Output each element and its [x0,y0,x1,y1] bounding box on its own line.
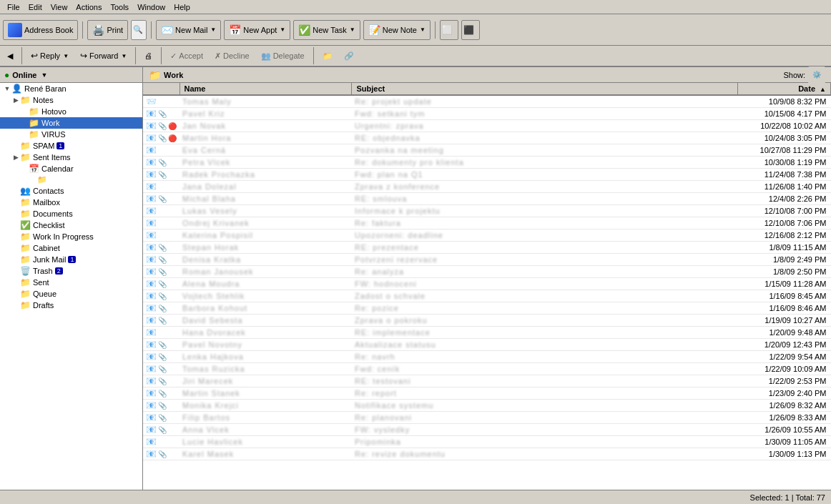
email-subject-cell: Upozorneni: deadline [352,229,738,242]
layout-btn2[interactable]: ⬛ [461,20,480,40]
email-date-cell: 1/8/09 2:50 PM [738,266,831,278]
col-date[interactable]: Date ▲ [738,83,831,95]
table-row[interactable]: 📧 📎 Denisa KratkaPotvrzeni rezervace1/8/… [143,254,831,266]
back-button[interactable]: ◀ [3,47,17,64]
table-row[interactable]: 📧 📎 Pavel KrizFwd: setkani tym10/15/08 4… [143,108,831,120]
email-table[interactable]: Name Subject Date ▲ 📨 Tomas MalyRe: pr [143,83,831,490]
table-row[interactable]: 📧 Eva CernáPozvanka na meeting10/27/08 1… [143,144,831,157]
email-subject: Fwd: plan na Q1 [355,170,423,179]
col-icons[interactable] [143,83,180,95]
email-date-cell: 10/15/08 4:17 PM [738,108,831,120]
new-appt-button[interactable]: 📅 New Appt ▼ [224,20,290,40]
table-row[interactable]: 📧 📎 Alena MoudraFW: hodnoceni1/15/09 11:… [143,278,831,290]
print-button[interactable]: 🖨️ Print [87,20,128,40]
new-mail-button[interactable]: ✉️ New Mail ▼ [156,20,221,40]
table-row[interactable]: 📧 Lukas VeselyInformace k projektu12/10/… [143,205,831,217]
menu-help[interactable]: Help [169,1,195,13]
sidebar-dropdown-arrow[interactable]: ▼ [41,71,47,79]
menu-edit[interactable]: Edit [24,1,46,13]
table-header: Name Subject Date ▲ [143,83,831,95]
table-row[interactable]: 📧 📎 Tomas RuzickaFwd: ceník1/22/09 10:09… [143,363,831,375]
sidebar-item-junk-mail[interactable]: 📁 Junk Mail 1 [0,254,142,265]
menu-window[interactable]: Window [133,1,169,13]
table-row[interactable]: 📨 Tomas MalyRe: projekt update10/9/08 8:… [143,95,831,108]
attach-icon: 📎 [158,244,167,252]
table-row[interactable]: 📧 📎 Anna VlcekFW: vysledky1/26/09 10:55 … [143,424,831,436]
address-book-button[interactable]: Address Book [3,20,78,40]
layout-btn1[interactable]: ⬜ [440,20,458,40]
table-row[interactable]: 📧 Jana DolezalZprava z konference11/26/0… [143,181,831,193]
move-button[interactable]: 📁 [318,47,337,64]
table-row[interactable]: 📧 📎 Roman JanousekRe: analyza1/8/09 2:50… [143,266,831,278]
sidebar-item-contacts[interactable]: 👥 Contacts [0,185,142,197]
table-row[interactable]: 📧 📎 Monika KrejciNotifikace systemu1/26/… [143,400,831,412]
menu-actions[interactable]: Actions [72,1,106,13]
delegate-button[interactable]: 👥 Delegate [257,47,309,64]
sidebar-item-trash[interactable]: 🗑️ Trash 2 [0,265,142,277]
sidebar-item-sent[interactable]: 📁 Sent [0,277,142,288]
sidebar-item-hotovo[interactable]: 📁 Hotovo [0,106,142,117]
sidebar-item-work-in-progress[interactable]: 📁 Work In Progress [0,231,142,242]
table-row[interactable]: 📧 📎 🔴 Jan NovakUrgentni: zprava10/22/08 … [143,120,831,132]
sidebar-item-spam[interactable]: 📁 SPAM 1 [0,140,142,152]
email-name-cell: Filip Bartos [180,412,352,424]
sidebar-item-checklist[interactable]: ✅ Checklist [0,219,142,231]
extra-button[interactable]: 🔗 [340,47,358,64]
sidebar-item-documents[interactable]: 📁 Documents [0,208,142,219]
new-task-button[interactable]: ✅ New Task ▼ [293,20,360,40]
email-subject: RE: objednavka [355,134,421,142]
print-preview-button[interactable]: 🔍 [131,20,147,40]
sidebar-item-virus[interactable]: 📁 VIRUS [0,129,142,140]
table-row[interactable]: 📧 📎 David SebestaZprava o pokroku1/19/09… [143,315,831,327]
email-subject-cell: Re: faktura [352,217,738,229]
menu-file[interactable]: File [3,1,24,13]
table-row[interactable]: 📧 📎 Michal BlahaRE: smlouva12/4/08 2:26 … [143,193,831,205]
email-date-cell: 1/30/09 1:13 PM [738,448,831,460]
sidebar-item-drafts[interactable]: 📁 Drafts [0,300,142,311]
sidebar-item-sub-calendar[interactable]: 📁 [0,174,142,185]
col-name[interactable]: Name [180,83,352,95]
print-small-button[interactable]: 🖨 [140,47,157,64]
content-header: 📁 Work Show: ⚙️ [143,67,831,83]
email-sender-name: Tomas Maly [182,97,232,106]
attach-icon: 📎 [158,317,167,325]
table-row[interactable]: 📧 Lucie HavlicekPripominka1/30/09 11:05 … [143,436,831,448]
table-row[interactable]: 📧 📎 Stepan HorakRE: prezentace1/8/09 11:… [143,242,831,254]
email-subject: Informace k projektu [355,207,441,215]
sidebar-item-notes[interactable]: ▶ 📁 Notes [0,94,142,106]
col-subject[interactable]: Subject [352,83,738,95]
table-row[interactable]: 📧 📎 Radek ProchazkaFwd: plan na Q111/24/… [143,169,831,181]
table-row[interactable]: 📧 Katerina PospisilUpozorneni: deadline1… [143,229,831,242]
email-subject: RE: smlouva [355,194,407,203]
table-row[interactable]: 📧 📎 Lenka HajkovaRe: navrh1/22/09 9:54 A… [143,351,831,363]
sidebar-virus-label: VIRUS [41,130,66,139]
table-row[interactable]: 📧 📎 Karel MasekRe: revize dokumentu1/30/… [143,448,831,460]
table-row[interactable]: 📧 📎 Filip BartosRe: planovani1/26/09 8:3… [143,412,831,424]
table-row[interactable]: 📧 Ondrej KrivanekRe: faktura12/10/08 7:0… [143,217,831,229]
sidebar-item-queue[interactable]: 📁 Queue [0,288,142,300]
sidebar-item-user[interactable]: ▼ 👤 René Baran [0,83,142,94]
menu-view[interactable]: View [46,1,72,13]
forward-button[interactable]: ↪ Forward ▼ [76,47,131,64]
table-row[interactable]: 📧 📎 Barbora KohoutRe: pozice1/16/09 8:46… [143,302,831,315]
table-row[interactable]: 📧 📎 Martin StanekRe: report1/23/09 2:40 … [143,387,831,400]
table-row[interactable]: 📧 📎 Jiri MarecekRE: testovani1/22/09 2:5… [143,375,831,387]
table-row[interactable]: 📧 📎 Petra VlcekRe: dokumenty pro klienta… [143,157,831,169]
email-sender-name: Anna Vlcek [182,425,230,434]
reply-button[interactable]: ↩ Reply ▼ [26,47,73,64]
sidebar-item-calendar[interactable]: 📅 Calendar [0,163,142,174]
table-row[interactable]: 📧 Hana DvoracekRE: implementace1/20/09 9… [143,327,831,339]
sidebar-item-mailbox[interactable]: 📁 Mailbox [0,197,142,208]
new-note-button[interactable]: 📝 New Note ▼ [363,20,431,40]
decline-icon: ✗ [215,51,221,61]
table-row[interactable]: 📧 📎 Vojtech StehlikZadost o schvale1/16/… [143,290,831,302]
accept-button[interactable]: ✓ Accept [166,47,207,64]
menu-tools[interactable]: Tools [106,1,133,13]
sidebar-item-cabinet[interactable]: 📁 Cabinet [0,242,142,254]
table-row[interactable]: 📧 📎 Pavel NovotnyAktualizace statusu1/20… [143,339,831,351]
decline-button[interactable]: ✗ Decline [210,47,254,64]
sidebar-item-work[interactable]: 📁 Work [0,117,142,129]
sidebar-item-sent-items[interactable]: ▶ 📁 Sent Items [0,152,142,163]
table-row[interactable]: 📧 📎 🔴 Martin HoraRE: objednavka10/24/08 … [143,132,831,144]
show-options-button[interactable]: ⚙️ [808,66,825,84]
